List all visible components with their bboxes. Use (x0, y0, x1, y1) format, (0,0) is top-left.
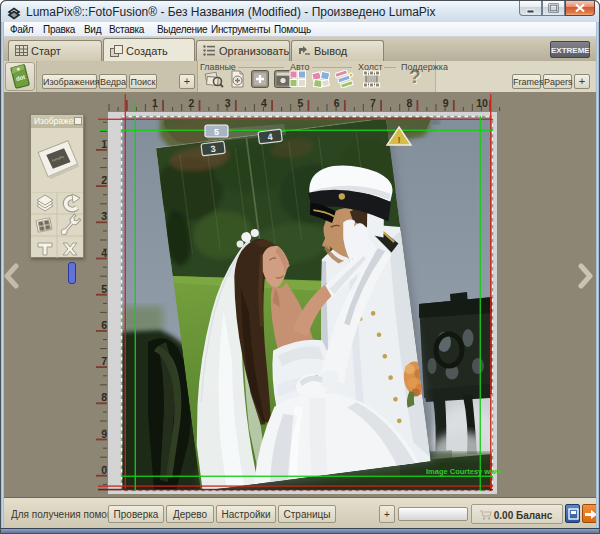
svg-text:5: 5 (214, 127, 219, 137)
svg-text:8: 8 (406, 97, 412, 109)
svg-text:6: 6 (334, 97, 340, 109)
svg-text:4: 4 (261, 97, 267, 109)
svg-text:5: 5 (101, 283, 107, 295)
svg-text:9: 9 (101, 428, 107, 440)
svg-text:5: 5 (297, 97, 303, 109)
svg-text:!: ! (397, 134, 400, 145)
svg-text:7: 7 (370, 97, 376, 109)
svg-text:9: 9 (443, 97, 449, 109)
svg-text:2: 2 (101, 174, 107, 186)
svg-text:4: 4 (101, 247, 107, 259)
svg-text:0: 0 (101, 464, 107, 476)
svg-text:6: 6 (101, 319, 107, 331)
svg-text:3: 3 (101, 210, 107, 222)
svg-text:10: 10 (476, 97, 488, 109)
svg-text:3: 3 (225, 97, 231, 109)
svg-text:1: 1 (152, 97, 158, 109)
svg-text:7: 7 (101, 355, 107, 367)
svg-text:1: 1 (101, 138, 107, 150)
svg-text:8: 8 (101, 391, 107, 403)
svg-text:Image Courtesy www.: Image Courtesy www. (426, 467, 504, 476)
svg-text:2: 2 (188, 97, 194, 109)
